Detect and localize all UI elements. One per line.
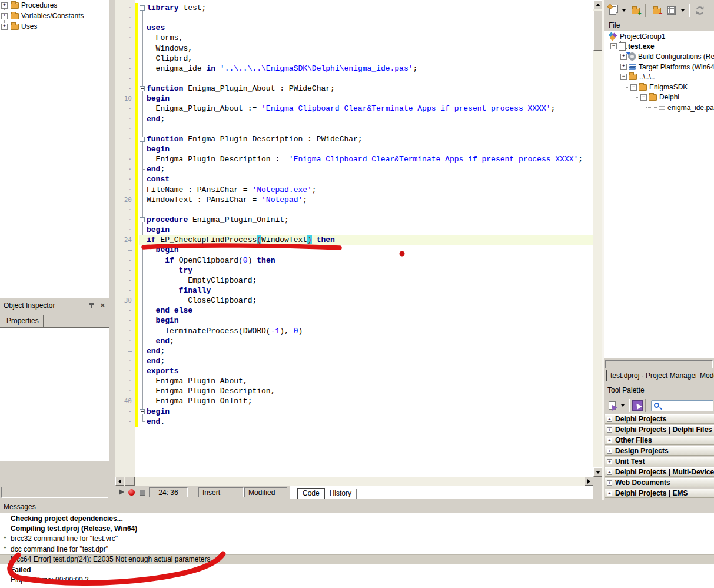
code-text[interactable]: function Enigma_Plugin_About : PWideChar…	[147, 84, 593, 94]
code-text[interactable]: Clipbrd,	[147, 54, 593, 64]
hscroll-thumb[interactable]	[125, 477, 135, 486]
code-text[interactable]	[147, 74, 593, 84]
line-number-gutter[interactable]: ·	[115, 185, 135, 195]
code-text[interactable]	[147, 13, 593, 23]
plus-expander-icon[interactable]: +	[607, 480, 612, 486]
editor-hscrollbar[interactable]	[115, 477, 593, 486]
palette-category[interactable]: +Delphi Projects | Multi-Device	[605, 467, 714, 477]
line-number-gutter[interactable]: ·	[115, 275, 135, 285]
code-text[interactable]: begin	[147, 407, 593, 417]
line-number-gutter[interactable]: ·	[115, 124, 135, 134]
code-text[interactable]: CloseClipboard;	[147, 295, 593, 305]
line-number-gutter[interactable]: ·	[115, 326, 135, 336]
plus-expander-icon[interactable]: +	[607, 427, 612, 433]
scroll-right-button[interactable]	[585, 477, 593, 486]
code-text[interactable]: end;	[147, 114, 593, 124]
tab-history[interactable]: History	[325, 489, 357, 499]
message-row[interactable]: Elapsed time: 00:00:00.2	[0, 574, 714, 584]
line-number-gutter[interactable]: ·	[115, 3, 135, 13]
line-number-gutter[interactable]: 20	[115, 195, 135, 205]
code-editor[interactable]: ·library test;··uses· Forms,– Windows,· …	[115, 0, 593, 477]
plus-expander-icon[interactable]: +	[607, 417, 612, 422]
new-item-button[interactable]	[606, 4, 620, 18]
plus-expander-icon[interactable]: +	[607, 491, 612, 496]
project-tree-item[interactable]: +Build Configurations (Release)	[604, 52, 714, 62]
code-text[interactable]: procedure Enigma_Plugin_OnInit;	[147, 215, 593, 225]
code-text[interactable]: end.	[147, 417, 593, 427]
line-number-gutter[interactable]: 40	[115, 396, 135, 406]
tab-properties[interactable]: Properties	[2, 315, 44, 327]
code-text[interactable]: Enigma_Plugin_Description,	[147, 386, 593, 396]
palette-category[interactable]: +Design Projects	[605, 446, 714, 456]
structure-tree-item[interactable]: +Uses	[0, 21, 109, 32]
code-text[interactable]: if EP_CheckupFindProcess(WindowText) the…	[147, 235, 593, 245]
code-text[interactable]: exports	[147, 366, 593, 376]
palette-search-input[interactable]	[651, 400, 713, 411]
message-row-error[interactable]: [dcc64 Error] test.dpr(24): E2035 Not en…	[0, 554, 714, 564]
line-number-gutter[interactable]: ·	[115, 64, 135, 74]
project-tree-item[interactable]: −Delphi	[604, 92, 714, 102]
palette-category[interactable]: +Delphi Projects	[605, 414, 714, 424]
palette-category[interactable]: +Unit Test	[605, 457, 714, 466]
code-text[interactable]: Forms,	[147, 33, 593, 43]
fold-collapse-icon[interactable]	[140, 137, 145, 142]
code-text[interactable]: begin	[147, 94, 593, 104]
project-tree-item[interactable]: −..\..\..	[604, 72, 714, 82]
line-number-gutter[interactable]: ·	[115, 225, 135, 235]
structure-tree-item[interactable]: +Variables/Constants	[0, 11, 109, 21]
select-tool-button[interactable]	[632, 400, 643, 411]
palette-category[interactable]: +Delphi Projects | EMS	[605, 489, 714, 498]
code-text[interactable]	[147, 205, 593, 215]
plus-expander-icon[interactable]: +	[2, 546, 8, 552]
code-text[interactable]: finally	[147, 285, 593, 295]
line-number-gutter[interactable]: 10	[115, 94, 135, 104]
code-text[interactable]: Enigma_Plugin_OnInit;	[147, 396, 593, 406]
vscroll-thumb[interactable]	[593, 11, 602, 51]
plus-expander-icon[interactable]: +	[1, 24, 8, 30]
plus-expander-icon[interactable]: +	[607, 449, 612, 454]
add-to-project-button[interactable]: +	[628, 4, 642, 18]
remove-from-project-button[interactable]: −	[649, 4, 663, 18]
line-number-gutter[interactable]: ·	[115, 255, 135, 265]
fold-collapse-icon[interactable]	[140, 409, 145, 414]
scroll-left-button[interactable]	[115, 477, 124, 486]
code-text[interactable]	[147, 124, 593, 134]
code-text[interactable]: begin	[147, 315, 593, 325]
project-tree-item[interactable]: −test.exe	[604, 41, 714, 51]
macro-record-icon[interactable]	[128, 489, 135, 496]
line-number-gutter[interactable]: ·	[115, 366, 135, 376]
palette-category[interactable]: +Web Documents	[605, 478, 714, 487]
scroll-down-button[interactable]	[593, 467, 602, 477]
message-row[interactable]: Compiling test.dproj (Release, Win64)	[0, 523, 714, 533]
plus-expander-icon[interactable]: +	[2, 536, 8, 542]
project-tree-item[interactable]: ProjectGroup1	[604, 31, 714, 41]
scroll-up-button[interactable]	[593, 0, 602, 9]
code-text[interactable]: begin	[147, 144, 593, 154]
code-text[interactable]: const	[147, 174, 593, 184]
line-number-gutter[interactable]: ·	[115, 265, 135, 275]
line-number-gutter[interactable]: ·	[115, 33, 135, 43]
file-column-header[interactable]: File	[604, 21, 714, 30]
minus-expander-icon[interactable]: −	[620, 74, 627, 80]
line-number-gutter[interactable]: 30	[115, 295, 135, 305]
code-text[interactable]: end;	[147, 164, 593, 174]
structure-tree-item[interactable]: +Procedures	[0, 0, 109, 11]
dropdown-caret-icon[interactable]	[621, 404, 625, 407]
code-text[interactable]: FileName : PAnsiChar = 'Notepad.exe';	[147, 185, 593, 195]
line-number-gutter[interactable]: ·	[115, 13, 135, 23]
line-number-gutter[interactable]: ·	[115, 315, 135, 325]
pin-icon[interactable]	[88, 302, 94, 309]
palette-category[interactable]: +Delphi Projects | Delphi Files	[605, 425, 714, 434]
code-text[interactable]: EmptyClipboard;	[147, 275, 593, 285]
line-number-gutter[interactable]: ·	[115, 386, 135, 396]
line-number-gutter[interactable]: –	[115, 245, 135, 255]
code-text[interactable]: Enigma_Plugin_Description := 'Enigma Cli…	[147, 154, 593, 164]
line-number-gutter[interactable]: ·	[115, 285, 135, 295]
dropdown-caret-icon[interactable]	[622, 9, 626, 12]
project-tree-item[interactable]: −EnigmaSDK	[604, 82, 714, 92]
code-text[interactable]: end;	[147, 356, 593, 366]
line-number-gutter[interactable]: ·	[115, 114, 135, 124]
editor-vscrollbar[interactable]	[593, 0, 602, 477]
line-number-gutter[interactable]: ·	[115, 23, 135, 33]
line-number-gutter[interactable]: 24	[115, 235, 135, 245]
